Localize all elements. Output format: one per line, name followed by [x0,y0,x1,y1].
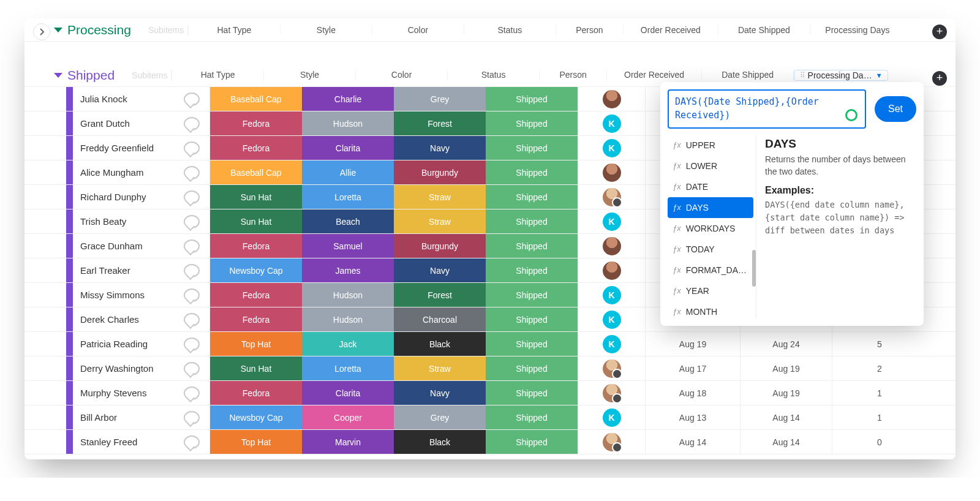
hat-type-cell[interactable]: Sun Hat [210,185,302,209]
style-cell[interactable]: Beach [302,209,394,233]
processing-days-cell[interactable]: 0 [832,430,927,454]
name-cell[interactable]: Freddy Greenfield [73,136,210,160]
table-row[interactable]: Derry WashingtonSun HatLorettaStrawShipp… [24,356,956,381]
name-cell[interactable]: Grace Dunham [73,234,210,258]
date-shipped-cell[interactable]: Aug 19 [740,381,832,405]
style-cell[interactable]: Jack [302,332,394,356]
date-shipped-cell[interactable]: Aug 14 [740,430,832,454]
color-cell[interactable]: Forest [394,111,486,135]
hat-type-cell[interactable]: Newsboy Cap [210,405,302,429]
hat-type-cell[interactable]: Fedora [210,307,302,331]
column-header-order[interactable]: Order Received [606,70,701,81]
chat-icon[interactable] [184,92,200,106]
status-cell[interactable]: Shipped [486,283,578,307]
person-cell[interactable] [578,430,645,454]
column-header-date[interactable]: Date Shipped [701,70,793,81]
hat-type-cell[interactable]: Fedora [210,283,302,307]
prev-button[interactable] [33,23,50,40]
name-cell[interactable]: Julia Knock [73,87,210,111]
hat-type-cell[interactable]: Baseball Cap [210,87,302,111]
person-cell[interactable]: K [578,307,645,331]
status-cell[interactable]: Shipped [486,160,578,184]
function-item-lower[interactable]: ƒxLOWER [668,156,753,176]
status-cell[interactable]: Shipped [486,87,578,111]
chat-icon[interactable] [184,190,200,204]
order-received-cell[interactable]: Aug 17 [645,356,740,380]
hat-type-cell[interactable]: Fedora [210,111,302,135]
status-cell[interactable]: Shipped [486,356,578,380]
style-cell[interactable]: Clarita [302,136,394,160]
style-cell[interactable]: Loretta [302,356,394,380]
hat-type-cell[interactable]: Sun Hat [210,209,302,233]
name-cell[interactable]: Derek Charles [73,307,210,331]
hat-type-cell[interactable]: Newsboy Cap [210,258,302,282]
date-shipped-cell[interactable]: Aug 24 [740,332,832,356]
column-header-proc-active[interactable]: ⠿ Processing Da… ▼ [793,70,888,81]
function-item-date[interactable]: ƒxDATE [668,176,753,197]
hat-type-cell[interactable]: Fedora [210,381,302,405]
column-header-status[interactable]: Status [447,70,539,81]
column-header-order[interactable]: Order Received [623,25,718,35]
color-cell[interactable]: Burgundy [394,160,486,184]
style-cell[interactable]: Hudson [302,283,394,307]
style-cell[interactable]: Cooper [302,405,394,429]
drag-handle-icon[interactable]: ⠿ [800,71,804,80]
chat-icon[interactable] [184,288,200,302]
chat-icon[interactable] [184,313,200,326]
style-cell[interactable]: Charlie [302,87,394,111]
color-cell[interactable]: Black [394,332,486,356]
order-received-cell[interactable]: Aug 13 [645,405,740,429]
set-button[interactable]: Set [875,96,916,122]
style-cell[interactable]: Hudson [302,307,394,331]
status-cell[interactable]: Shipped [486,185,578,209]
column-header-date[interactable]: Date Shipped [718,25,810,35]
hat-type-cell[interactable]: Fedora [210,234,302,258]
formula-input[interactable]: DAYS({Date Shipped},{Order Received}) [668,89,866,129]
column-header-style[interactable]: Style [263,70,355,81]
color-cell[interactable]: Straw [394,185,486,209]
status-cell[interactable]: Shipped [486,405,578,429]
column-header-style[interactable]: Style [280,25,372,35]
hat-type-cell[interactable]: Top Hat [210,332,302,356]
chat-icon[interactable] [184,362,200,375]
person-cell[interactable]: K [578,209,645,233]
chat-icon[interactable] [184,411,200,424]
status-cell[interactable]: Shipped [486,234,578,258]
chat-icon[interactable] [184,215,200,228]
date-shipped-cell[interactable]: Aug 19 [740,356,832,380]
function-item-days[interactable]: ƒxDAYS [668,197,753,218]
hat-type-cell[interactable]: Baseball Cap [210,160,302,184]
color-cell[interactable]: Grey [394,87,486,111]
person-cell[interactable] [578,160,645,184]
person-cell[interactable]: K [578,111,645,135]
function-item-year[interactable]: ƒxYEAR [668,281,753,301]
color-cell[interactable]: Burgundy [394,234,486,258]
scrollbar[interactable] [752,250,756,287]
chat-icon[interactable] [184,386,200,400]
column-header-color[interactable]: Color [372,25,464,35]
color-cell[interactable]: Navy [394,136,486,160]
name-cell[interactable]: Derry Washington [73,356,210,380]
style-cell[interactable]: Marvin [302,430,394,454]
person-cell[interactable]: K [578,405,645,429]
style-cell[interactable]: Samuel [302,234,394,258]
status-cell[interactable]: Shipped [486,381,578,405]
function-list[interactable]: ƒxUPPERƒxLOWERƒxDATEƒxDAYSƒxWORKDAYSƒxTO… [668,135,756,318]
hat-type-cell[interactable]: Sun Hat [210,356,302,380]
column-header-hat[interactable]: Hat Type [172,70,263,81]
person-cell[interactable]: K [578,283,645,307]
color-cell[interactable]: Straw [394,209,486,233]
status-cell[interactable]: Shipped [486,111,578,135]
processing-days-cell[interactable]: 1 [832,381,927,405]
name-cell[interactable]: Missy Simmons [73,283,210,307]
status-cell[interactable]: Shipped [486,430,578,454]
name-cell[interactable]: Bill Arbor [73,405,210,429]
chat-icon[interactable] [184,337,200,351]
hat-type-cell[interactable]: Fedora [210,136,302,160]
style-cell[interactable]: Hudson [302,111,394,135]
name-cell[interactable]: Richard Dunphy [73,185,210,209]
color-cell[interactable]: Navy [394,381,486,405]
order-received-cell[interactable]: Aug 14 [645,430,740,454]
table-row[interactable]: Patricia ReadingTop HatJackBlackShippedK… [24,332,956,356]
function-item-today[interactable]: ƒxTODAY [668,239,753,260]
